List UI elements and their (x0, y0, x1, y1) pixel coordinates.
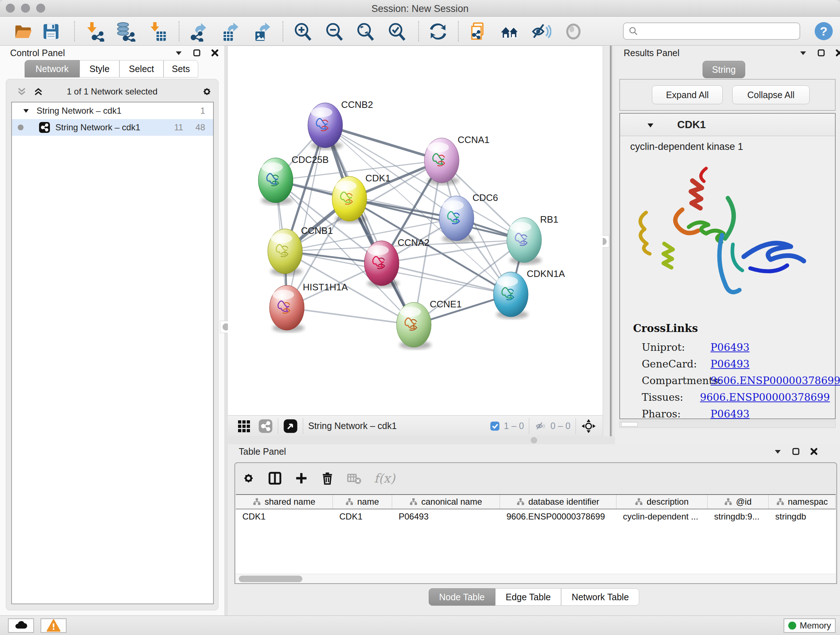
zoom-selected-button[interactable] (386, 21, 407, 42)
collapse-all-button[interactable]: Collapse All (732, 86, 810, 104)
import-table-button[interactable] (147, 21, 168, 42)
network-node-CDK1[interactable]: CDK1 (332, 173, 390, 223)
column-header-name[interactable]: name (333, 495, 392, 509)
network-edge[interactable] (325, 125, 442, 160)
import-network-from-database-button[interactable] (115, 21, 136, 42)
open-session-button[interactable] (13, 21, 34, 42)
table-horizontal-scrollbar[interactable] (236, 574, 836, 583)
table-cell[interactable]: P06493 (392, 509, 500, 524)
column-header-namespac[interactable]: namespac (769, 495, 836, 509)
network-edge[interactable] (287, 125, 325, 308)
tab-string[interactable]: String (703, 61, 745, 78)
collection-expand-arrow-icon[interactable] (22, 107, 30, 115)
panel-maximize-icon[interactable] (817, 49, 826, 57)
tab-style[interactable]: Style (80, 60, 119, 78)
network-options-gear-icon[interactable] (201, 86, 213, 98)
apply-layout-button[interactable] (428, 21, 448, 42)
column-header--id[interactable]: @id (707, 495, 769, 509)
table-cell[interactable]: stringdb:9... (707, 509, 769, 524)
network-node-CCNB2[interactable]: CCNB2 (308, 99, 373, 150)
export-network-button[interactable] (189, 21, 210, 42)
crosslink-link[interactable]: 9606.ENSP00000378699 (700, 391, 830, 403)
hide-selected-button[interactable] (531, 21, 551, 42)
network-row-selected[interactable]: String Network – cdk1 11 48 (12, 119, 213, 136)
cloud-button[interactable] (8, 618, 34, 633)
column-header-description[interactable]: description (616, 495, 707, 509)
column-header-canonical-name[interactable]: canonical name (392, 495, 500, 509)
network-canvas[interactable]: CCNB2CCNA1CDC25BCDK1CDC6RB1CCNB1CCNA2CDK… (228, 46, 603, 415)
crosslink-link[interactable]: 9606.ENSP00000378699 (711, 375, 840, 386)
memory-status-dot (788, 622, 796, 630)
collapse-all-networks-icon[interactable] (33, 86, 44, 97)
export-image-button[interactable] (253, 21, 273, 42)
network-node-CCNA2[interactable]: CCNA2 (364, 237, 429, 288)
network-node-CDKN1A[interactable]: CDKN1A (493, 268, 565, 319)
import-network-button[interactable] (84, 21, 105, 42)
table-row[interactable]: CDK1CDK1P064939606.ENSP00000378699cyclin… (236, 509, 836, 524)
panel-float-icon[interactable] (174, 49, 183, 57)
string-style-icon[interactable] (258, 419, 273, 433)
network-node-CCNB1[interactable]: CCNB1 (268, 225, 333, 276)
help-button[interactable]: ? (815, 22, 833, 40)
tab-network[interactable]: Network (25, 60, 80, 78)
collapse-entry-arrow-icon[interactable] (646, 121, 655, 130)
search-bar[interactable] (623, 22, 800, 40)
save-session-button[interactable] (41, 21, 62, 42)
crosslink-link[interactable]: P06493 (711, 358, 750, 370)
table-options-gear-icon[interactable] (242, 471, 256, 485)
first-neighbors-button[interactable] (499, 21, 520, 42)
export-table-button[interactable] (221, 21, 242, 42)
table-cell[interactable]: 9606.ENSP00000378699 (500, 509, 616, 524)
network-node-CCNE1[interactable]: CCNE1 (396, 299, 462, 349)
panel-maximize-icon[interactable] (193, 49, 201, 57)
node-label: CDKN1A (527, 268, 565, 279)
panel-float-icon[interactable] (774, 447, 782, 456)
table-cell[interactable]: stringdb (769, 509, 836, 524)
table-cell[interactable]: CDK1 (333, 509, 392, 524)
panel-close-icon[interactable] (810, 447, 818, 456)
search-input[interactable] (639, 26, 791, 36)
tab-sets[interactable]: Sets (164, 60, 198, 78)
panel-maximize-icon[interactable] (791, 447, 800, 456)
zoom-out-button[interactable] (324, 21, 345, 42)
expand-all-button[interactable]: Expand All (652, 86, 723, 104)
birds-eye-view-icon[interactable] (237, 420, 250, 432)
crosslink-label: Tissues: (642, 391, 700, 403)
network-node-CDC25B[interactable]: CDC25B (258, 154, 329, 205)
delete-column-trash-icon[interactable] (321, 471, 334, 485)
table-cell[interactable]: cyclin-dependent ... (616, 509, 707, 524)
create-column-plus-icon[interactable] (294, 471, 308, 485)
column-header-database-identifier[interactable]: database identifier (500, 495, 616, 509)
fit-content-crosshair-icon[interactable] (581, 418, 596, 434)
network-node-CCNA1[interactable]: CCNA1 (424, 134, 489, 185)
network-collection-row[interactable]: String Network – cdk1 1 (12, 103, 213, 119)
warnings-button[interactable] (41, 618, 66, 633)
tab-node-table[interactable]: Node Table (429, 588, 495, 606)
results-scrollbar[interactable] (619, 421, 836, 428)
table-panel-title: Table Panel (239, 447, 286, 456)
column-header-shared-name[interactable]: shared name (236, 495, 333, 509)
network-edge[interactable] (325, 125, 414, 325)
panel-close-icon[interactable] (210, 49, 219, 57)
zoom-fit-button[interactable] (355, 21, 376, 42)
memory-button[interactable]: Memory (783, 618, 836, 633)
table-cell[interactable]: CDK1 (236, 509, 333, 524)
tab-select[interactable]: Select (119, 60, 164, 78)
node-details-header[interactable]: CDK1 (620, 114, 835, 136)
open-in-browser-icon[interactable] (283, 419, 298, 433)
zoom-in-button[interactable] (292, 21, 313, 42)
network-graph[interactable]: CCNB2CCNA1CDC25BCDK1CDC6RB1CCNB1CCNA2CDK… (228, 46, 603, 415)
tab-network-table[interactable]: Network Table (561, 588, 639, 606)
network-node-HIST1H1A[interactable]: HIST1H1A (270, 282, 348, 333)
crosslink-link[interactable]: P06493 (711, 341, 750, 353)
clone-network-button[interactable] (468, 21, 489, 42)
network-node-RB1[interactable]: RB1 (507, 214, 559, 264)
panel-close-icon[interactable] (835, 49, 840, 57)
network-edge[interactable] (287, 308, 414, 325)
crosslink-link[interactable]: P06493 (711, 408, 750, 420)
expand-all-networks-icon[interactable] (16, 86, 27, 97)
tab-edge-table[interactable]: Edge Table (495, 588, 561, 606)
selected-checkbox-icon[interactable] (489, 421, 500, 432)
panel-float-icon[interactable] (799, 49, 807, 57)
show-columns-icon[interactable] (268, 471, 282, 486)
